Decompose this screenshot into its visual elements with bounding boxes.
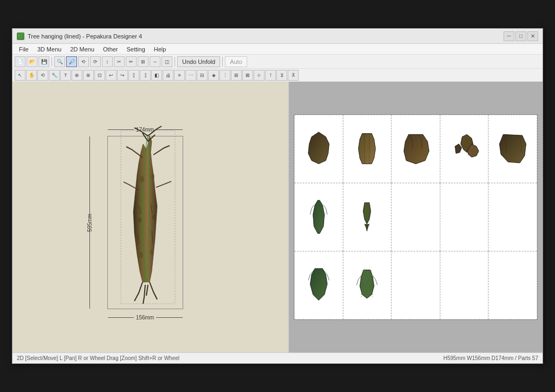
paper-cell-r2c2: [343, 183, 392, 251]
tb2-btn-4[interactable]: 🔧: [49, 70, 60, 81]
paper-cell-r2c5: [488, 183, 537, 251]
tb2-btn-9[interactable]: ↩: [106, 70, 117, 81]
svg-point-1: [140, 176, 144, 182]
paper-layout: [294, 114, 538, 320]
tree-3d-model: [118, 125, 178, 309]
tb2-btn-10[interactable]: ↪: [117, 70, 128, 81]
tb2-btn-2[interactable]: ✋: [26, 70, 37, 81]
auto-button[interactable]: Auto: [225, 56, 247, 67]
menu-3d[interactable]: 3D Menu: [33, 44, 66, 54]
tb2-btn-15[interactable]: ≡: [174, 70, 185, 81]
paper-cell-r1c1: [294, 115, 343, 183]
tb-btn-10[interactable]: ✏: [126, 56, 137, 67]
dimension-line-depth: 156mm: [108, 315, 183, 321]
paper-cell-r1c5: [488, 115, 537, 183]
svg-point-4: [152, 214, 156, 220]
main-window: 🌿 Tree hanging (lined) - Pepakura Design…: [12, 28, 543, 364]
paper-cell-r1c3: [391, 115, 440, 183]
tb2-btn-17[interactable]: ⊟: [197, 70, 208, 81]
paper-cell-r3c3: [391, 251, 440, 319]
tb-btn-6[interactable]: ⟲: [78, 56, 89, 67]
toolbar-secondary: ↖ ✋ ⟲ 🔧 T ⊕ ⊗ ⊡ ↩ ↪ ⟦ ⟧ ◧ 🖨 ≡ ⋯ ⊟ ◈ ⋮ ⊞ …: [12, 69, 543, 82]
app-icon: 🌿: [17, 32, 24, 40]
menu-2d[interactable]: 2D Menu: [66, 44, 99, 54]
svg-point-2: [151, 174, 154, 179]
paper-cell-r3c5: [488, 251, 537, 319]
open-button[interactable]: 📂: [27, 56, 37, 67]
dimension-depth-label: 156mm: [136, 315, 154, 321]
svg-point-6: [150, 250, 153, 255]
tb2-btn-22[interactable]: ⊹: [254, 70, 264, 81]
status-left: 2D [Select/Move] L [Pan] R or Wheel Drag…: [17, 355, 179, 361]
paper-cell-r1c4: [440, 115, 489, 183]
3d-model-container: 174mm 595mm 156mm: [75, 114, 227, 320]
tb2-btn-18[interactable]: ◈: [208, 70, 219, 81]
2d-view-panel[interactable]: [289, 82, 543, 352]
tb-btn-4[interactable]: 🔍: [54, 56, 65, 67]
paper-cell-r2c3: [391, 183, 440, 251]
menu-bar: File 3D Menu 2D Menu Other Setting Help: [12, 44, 543, 55]
tb2-btn-16[interactable]: ⋯: [185, 70, 196, 81]
tb2-btn-14[interactable]: 🖨: [163, 70, 173, 81]
svg-point-3: [138, 217, 141, 223]
tb2-btn-6[interactable]: ⊕: [72, 70, 82, 81]
tb-btn-11[interactable]: ⊞: [138, 56, 149, 67]
menu-setting[interactable]: Setting: [122, 44, 150, 54]
tb-btn-13[interactable]: ◫: [162, 56, 172, 67]
separator-2: [175, 57, 175, 67]
paper-cell-r1c2: [343, 115, 392, 183]
tb2-btn-12[interactable]: ⟧: [140, 70, 151, 81]
title-bar: 🌿 Tree hanging (lined) - Pepakura Design…: [12, 29, 543, 44]
tb2-btn-7[interactable]: ⊗: [83, 70, 94, 81]
window-controls: ─ □ ✕: [504, 31, 538, 41]
maximize-button[interactable]: □: [515, 31, 526, 41]
paper-cell-r3c2: [343, 251, 392, 319]
tb2-btn-23[interactable]: ⊺: [265, 70, 276, 81]
title-bar-left: 🌿 Tree hanging (lined) - Pepakura Design…: [17, 32, 142, 40]
paper-cell-r3c1: [294, 251, 343, 319]
tb-btn-8[interactable]: ↕: [102, 56, 113, 67]
new-button[interactable]: 📄: [15, 56, 25, 67]
paper-cell-r2c4: [440, 183, 489, 251]
paper-cell-r2c1: [294, 183, 343, 251]
tb2-btn-5[interactable]: T: [60, 70, 71, 81]
separator-1: [51, 57, 52, 67]
paper-cell-r3c4: [440, 251, 489, 319]
tb2-btn-8[interactable]: ⊡: [94, 70, 105, 81]
svg-point-5: [139, 252, 143, 258]
dimension-height-label: 595mm: [87, 213, 93, 231]
menu-help[interactable]: Help: [150, 44, 171, 54]
tb2-btn-1[interactable]: ↖: [15, 70, 25, 81]
tb2-btn-24[interactable]: ⊻: [276, 70, 287, 81]
tb2-btn-11[interactable]: ⟦: [128, 70, 139, 81]
main-area: 174mm 595mm 156mm: [12, 82, 543, 352]
3d-view-panel[interactable]: 174mm 595mm 156mm: [12, 82, 289, 352]
status-bar: 2D [Select/Move] L [Pan] R or Wheel Drag…: [12, 352, 543, 363]
separator-3: [222, 57, 223, 67]
tb2-btn-25[interactable]: ⊼: [288, 70, 299, 81]
save-button[interactable]: 💾: [38, 56, 49, 67]
tb2-btn-19[interactable]: ⋮: [220, 70, 230, 81]
tb2-btn-20[interactable]: ⊞: [231, 70, 242, 81]
menu-file[interactable]: File: [15, 44, 33, 54]
menu-other[interactable]: Other: [99, 44, 122, 54]
dimension-line-height: 595mm: [81, 136, 99, 309]
tb2-btn-13[interactable]: ◧: [151, 70, 162, 81]
close-button[interactable]: ✕: [527, 31, 538, 41]
tb-btn-9[interactable]: ✂: [114, 56, 125, 67]
tb-btn-7[interactable]: ⟳: [90, 56, 101, 67]
window-title: Tree hanging (lined) - Pepakura Designer…: [28, 33, 142, 40]
tb2-btn-21[interactable]: ⊠: [242, 70, 253, 81]
status-right: H595mm W156mm D174mm / Parts 57: [443, 355, 538, 361]
minimize-button[interactable]: ─: [504, 31, 514, 41]
tb-btn-5[interactable]: 🔎: [66, 56, 77, 67]
undo-unfold-button[interactable]: Undo Unfold: [177, 56, 220, 67]
tb2-btn-3[interactable]: ⟲: [37, 70, 48, 81]
toolbar-primary: 📄 📂 💾 🔍 🔎 ⟲ ⟳ ↕ ✂ ✏ ⊞ ↔ ◫ Undo Unfold Au…: [12, 55, 543, 69]
tb-btn-12[interactable]: ↔: [150, 56, 160, 67]
